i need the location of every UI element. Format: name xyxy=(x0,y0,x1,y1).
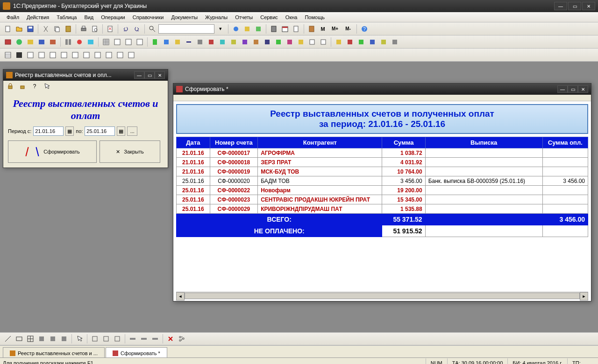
date-to-input[interactable] xyxy=(85,126,115,136)
dialog-minimize-button[interactable]: — xyxy=(134,71,144,79)
tb2-icon[interactable] xyxy=(36,37,47,47)
stop-icon[interactable] xyxy=(165,334,176,344)
menu-help[interactable]: Помощь xyxy=(301,14,328,21)
tool-icon[interactable] xyxy=(59,334,69,344)
tool-icon-2[interactable] xyxy=(242,24,252,34)
m-button[interactable]: M xyxy=(318,24,328,34)
tb3-icon[interactable] xyxy=(14,50,24,60)
tb2-icon[interactable] xyxy=(296,37,306,47)
find-input[interactable] xyxy=(158,24,214,34)
tb2-icon[interactable] xyxy=(206,37,216,47)
tb2-icon[interactable] xyxy=(48,37,58,47)
menu-operations[interactable]: Операции xyxy=(97,14,128,21)
menu-view[interactable]: Вид xyxy=(80,14,97,21)
unlock-icon[interactable] xyxy=(17,81,28,91)
menu-references[interactable]: Справочники xyxy=(129,14,168,21)
tb2-icon[interactable] xyxy=(101,37,111,47)
calendar-icon[interactable] xyxy=(280,24,290,34)
menu-table[interactable]: Таблица xyxy=(53,14,80,21)
tb2-icon[interactable] xyxy=(74,37,85,47)
tool-icon[interactable] xyxy=(48,334,58,344)
lock-icon[interactable] xyxy=(5,81,15,91)
undo-icon[interactable] xyxy=(121,24,131,34)
rect-icon[interactable] xyxy=(14,334,24,344)
save-icon[interactable] xyxy=(25,24,36,34)
tb3-icon[interactable] xyxy=(36,50,47,60)
doctab-report[interactable]: Сформировать * xyxy=(106,347,167,357)
report-close-button[interactable]: ✕ xyxy=(578,85,588,93)
open-icon[interactable] xyxy=(14,24,24,34)
dialog-maximize-button[interactable]: ▭ xyxy=(144,71,155,79)
tool-icon-3[interactable] xyxy=(253,24,263,34)
tb2-icon[interactable] xyxy=(307,37,317,47)
menu-journals[interactable]: Журналы xyxy=(201,14,231,21)
scrollbar-horizontal[interactable] xyxy=(176,292,588,299)
tb3-icon[interactable] xyxy=(48,50,58,60)
calendar-from-icon[interactable]: ▦ xyxy=(65,126,74,136)
menu-documents[interactable]: Документы xyxy=(167,14,201,21)
help-icon[interactable]: ? xyxy=(29,81,40,91)
close-button-dlg[interactable]: ✕ Закрыть xyxy=(100,140,160,163)
tb2-icon[interactable] xyxy=(390,37,400,47)
tb2-icon[interactable] xyxy=(356,37,366,47)
tb3-icon[interactable] xyxy=(93,50,103,60)
table-row[interactable]: 25.01.16СФ-0000020БАДМ ТОВ3 456.00Банк. … xyxy=(177,176,588,186)
tb2-icon[interactable] xyxy=(85,37,96,47)
dropdown-icon[interactable]: ▾ xyxy=(215,24,226,34)
tb2-icon[interactable] xyxy=(318,37,328,47)
tb2-icon[interactable] xyxy=(228,37,239,47)
tool-icon[interactable] xyxy=(139,334,149,344)
table-row[interactable]: 25.01.16СФ-0000023СЕНТРАВІС ПРОДАКШН ЮКР… xyxy=(177,195,588,204)
copy-icon[interactable] xyxy=(52,24,62,34)
line-icon[interactable] xyxy=(3,334,13,344)
tb2-icon[interactable] xyxy=(345,37,355,47)
new-icon[interactable] xyxy=(3,24,13,34)
report-maximize-button[interactable]: ▭ xyxy=(568,85,578,93)
doc-icon[interactable] xyxy=(291,24,301,34)
tb3-icon[interactable] xyxy=(126,50,136,60)
paste-icon[interactable] xyxy=(63,24,73,34)
menu-reports[interactable]: Отчеты xyxy=(231,14,256,21)
tb3-icon[interactable] xyxy=(115,50,125,60)
pointer-icon[interactable] xyxy=(74,334,85,344)
table-row[interactable]: 21.01.16СФ-0000017АГРОФІРМА1 038.72 xyxy=(177,148,588,158)
help-icon[interactable]: ? xyxy=(359,24,370,34)
tb3-icon[interactable] xyxy=(104,50,114,60)
tree-icon[interactable] xyxy=(177,334,187,344)
report-minimize-button[interactable]: — xyxy=(557,85,568,93)
tb2-icon[interactable] xyxy=(25,37,36,47)
tb2-icon[interactable] xyxy=(378,37,389,47)
tb2-icon[interactable] xyxy=(150,37,160,47)
table-row[interactable]: 21.01.16СФ-0000018ЗЕРЗ ПРАТ4 031.92 xyxy=(177,158,588,167)
grid-icon[interactable] xyxy=(25,334,36,344)
tb2-icon[interactable] xyxy=(161,37,171,47)
tb2-icon[interactable] xyxy=(240,37,250,47)
tb2-icon[interactable] xyxy=(334,37,344,47)
tb2-icon[interactable] xyxy=(184,37,194,47)
close-button[interactable]: ✕ xyxy=(582,2,595,10)
find-icon[interactable] xyxy=(147,24,157,34)
tb3-icon[interactable] xyxy=(59,50,69,60)
date-from-input[interactable] xyxy=(33,126,64,136)
maximize-button[interactable]: ▭ xyxy=(568,2,581,10)
tb2-icon[interactable] xyxy=(367,37,377,47)
table-row[interactable]: 25.01.16СФ-0000029КРИВОРІЖНДПІРУДМАШ ПАТ… xyxy=(177,204,588,214)
tb2-icon[interactable] xyxy=(217,37,228,47)
tool-icon[interactable] xyxy=(90,334,100,344)
pointer-icon[interactable] xyxy=(42,81,52,91)
tb2-icon[interactable] xyxy=(172,37,183,47)
delete-icon[interactable] xyxy=(105,24,115,34)
table-row[interactable]: 25.01.16СФ-0000022Новофарм19 200.00 xyxy=(177,186,588,195)
form-button[interactable]: Сформировать xyxy=(8,140,97,163)
cut-icon[interactable] xyxy=(41,24,51,34)
tool-icon[interactable] xyxy=(112,334,122,344)
doctab-registry[interactable]: Реестр выставленных счетов и ... xyxy=(3,347,105,357)
tb2-icon[interactable] xyxy=(285,37,295,47)
preview-icon[interactable] xyxy=(90,24,100,34)
tool-icon[interactable] xyxy=(128,334,138,344)
dialog-titlebar[interactable]: Реестр выставленных счетов и опл... — ▭ … xyxy=(3,70,168,81)
tool-icon[interactable] xyxy=(150,334,160,344)
tb2-icon[interactable] xyxy=(3,37,13,47)
redo-icon[interactable] xyxy=(132,24,142,34)
tb2-icon[interactable] xyxy=(14,37,24,47)
